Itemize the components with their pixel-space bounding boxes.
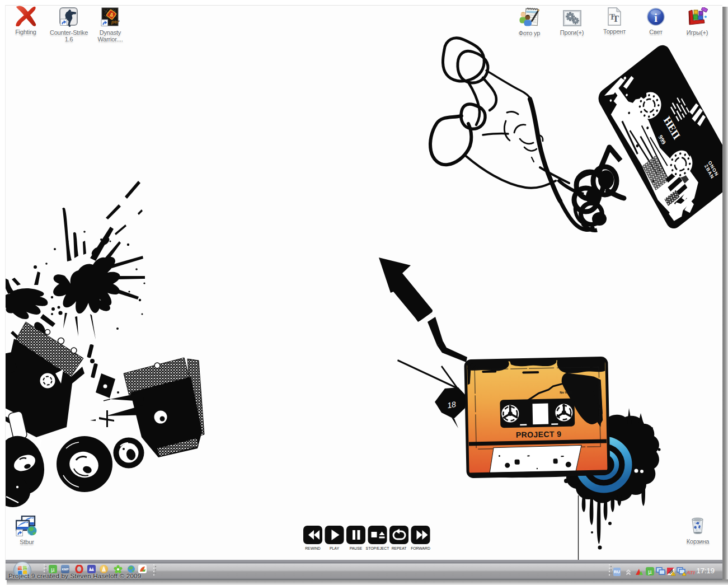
svg-text:µ: µ bbox=[648, 568, 652, 575]
svg-text:PROJECT 9: PROJECT 9 bbox=[516, 429, 562, 439]
svg-text:PLAY: PLAY bbox=[330, 546, 339, 550]
svg-text:!: ! bbox=[673, 573, 673, 576]
svg-text:T: T bbox=[613, 13, 619, 24]
svg-text:No Wall: No Wall bbox=[560, 391, 572, 394]
svg-text:ATI: ATI bbox=[686, 569, 695, 575]
svg-text:per: per bbox=[111, 19, 120, 25]
svg-text:i: i bbox=[654, 12, 657, 24]
svg-text:µ: µ bbox=[51, 566, 55, 573]
svg-text:PAUSE: PAUSE bbox=[350, 546, 363, 550]
svg-text:18: 18 bbox=[447, 400, 457, 410]
svg-text:REWIND: REWIND bbox=[305, 546, 321, 550]
svg-text:KMP: KMP bbox=[62, 568, 69, 571]
svg-text:STOP/EJECT: STOP/EJECT bbox=[366, 546, 389, 550]
svg-text:FORWARD: FORWARD bbox=[411, 546, 430, 550]
svg-text:REPEAT: REPEAT bbox=[392, 546, 407, 550]
